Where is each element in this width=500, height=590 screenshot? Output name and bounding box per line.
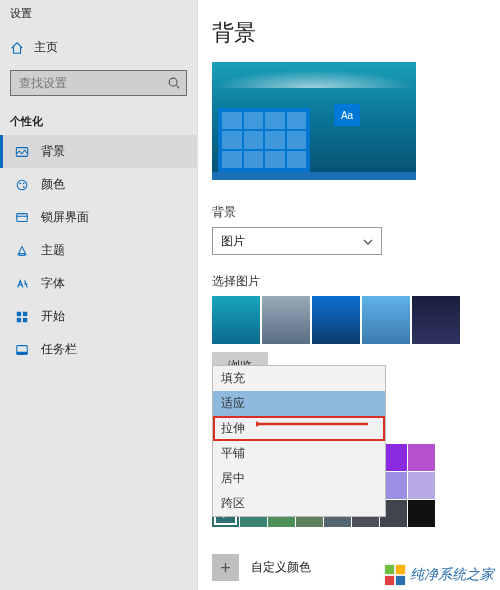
fonts-icon <box>15 277 29 291</box>
svg-rect-13 <box>17 351 28 354</box>
search-input[interactable] <box>10 70 187 96</box>
picture-thumb[interactable] <box>412 296 460 344</box>
sidebar: 设置 主页 个性化 背景 颜色 <box>0 0 198 590</box>
svg-rect-11 <box>23 317 27 321</box>
fit-option-fit[interactable]: 适应 <box>213 391 385 416</box>
fit-option-center[interactable]: 居中 <box>213 466 385 491</box>
sidebar-item-label: 开始 <box>41 308 65 325</box>
lockscreen-icon <box>15 211 29 225</box>
color-swatch[interactable] <box>408 472 435 499</box>
sidebar-item-taskbar[interactable]: 任务栏 <box>0 333 197 366</box>
background-icon <box>15 145 29 159</box>
picture-thumb[interactable] <box>212 296 260 344</box>
fit-dropdown-list: 填充 适应 拉伸 平铺 居中 跨区 <box>212 365 386 517</box>
svg-rect-10 <box>17 317 21 321</box>
home-button[interactable]: 主页 <box>0 31 197 64</box>
fit-option-span[interactable]: 跨区 <box>213 491 385 516</box>
page-title: 背景 <box>212 18 500 48</box>
home-label: 主页 <box>34 39 58 56</box>
svg-point-3 <box>19 182 21 184</box>
taskbar-icon <box>15 343 29 357</box>
sidebar-item-label: 背景 <box>41 143 65 160</box>
picture-thumb[interactable] <box>312 296 360 344</box>
svg-rect-7 <box>19 253 24 255</box>
colors-icon <box>15 178 29 192</box>
svg-rect-6 <box>17 213 28 221</box>
chevron-down-icon <box>363 236 373 246</box>
background-type-dropdown[interactable]: 图片 <box>212 227 382 255</box>
svg-rect-9 <box>23 311 27 315</box>
sidebar-item-label: 主题 <box>41 242 65 259</box>
color-swatch[interactable] <box>408 500 435 527</box>
picture-thumbnails <box>212 296 500 344</box>
sidebar-item-label: 锁屏界面 <box>41 209 89 226</box>
start-icon <box>15 310 29 324</box>
home-icon <box>10 41 24 55</box>
custom-color-row: + 自定义颜色 <box>212 554 311 581</box>
sidebar-item-fonts[interactable]: 字体 <box>0 267 197 300</box>
fit-option-fill[interactable]: 填充 <box>213 366 385 391</box>
search-wrap <box>10 70 187 96</box>
main-content: 背景 Aa 背景 图片 选择图片 浏览 <box>198 0 500 590</box>
choose-picture-label: 选择图片 <box>212 273 500 290</box>
background-type-value: 图片 <box>221 233 245 250</box>
custom-color-label: 自定义颜色 <box>251 559 311 576</box>
svg-point-5 <box>23 185 25 187</box>
search-icon <box>167 76 181 90</box>
sidebar-item-lockscreen[interactable]: 锁屏界面 <box>0 201 197 234</box>
svg-point-2 <box>17 180 27 190</box>
preview-sample-window: Aa <box>334 104 360 126</box>
preview-taskbar <box>212 172 416 180</box>
group-label: 个性化 <box>0 106 197 135</box>
sidebar-item-label: 颜色 <box>41 176 65 193</box>
color-swatch[interactable] <box>408 444 435 471</box>
preview-start-tiles <box>218 108 310 172</box>
sidebar-item-label: 任务栏 <box>41 341 77 358</box>
svg-point-4 <box>23 182 25 184</box>
themes-icon <box>15 244 29 258</box>
background-type-label: 背景 <box>212 204 500 221</box>
sidebar-item-start[interactable]: 开始 <box>0 300 197 333</box>
fit-option-stretch[interactable]: 拉伸 <box>213 416 385 441</box>
picture-thumb[interactable] <box>362 296 410 344</box>
app-title: 设置 <box>0 4 197 31</box>
sidebar-item-colors[interactable]: 颜色 <box>0 168 197 201</box>
background-preview: Aa <box>212 62 416 180</box>
sidebar-item-label: 字体 <box>41 275 65 292</box>
add-custom-color-button[interactable]: + <box>212 554 239 581</box>
fit-option-tile[interactable]: 平铺 <box>213 441 385 466</box>
svg-rect-8 <box>17 311 21 315</box>
picture-thumb[interactable] <box>262 296 310 344</box>
sidebar-item-themes[interactable]: 主题 <box>0 234 197 267</box>
svg-point-0 <box>169 78 177 86</box>
sidebar-item-background[interactable]: 背景 <box>0 135 197 168</box>
